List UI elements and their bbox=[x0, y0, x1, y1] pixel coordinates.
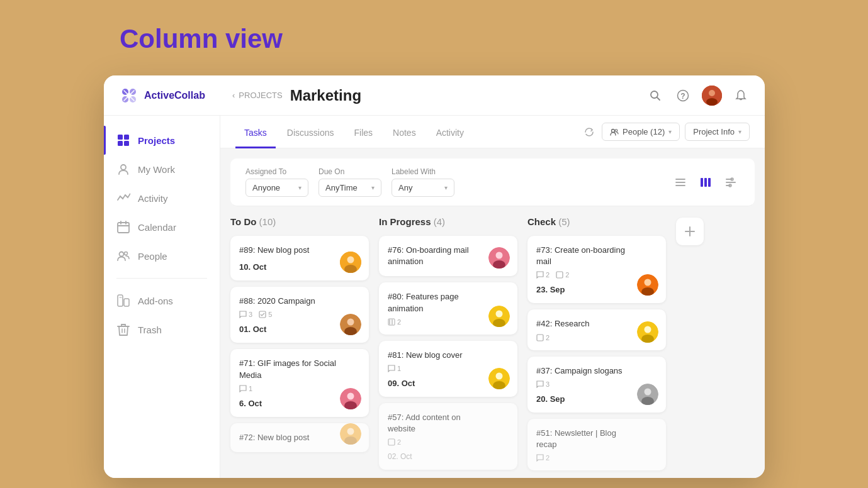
task-card-73[interactable]: #73: Create on-boarding mail 2 2 23. bbox=[527, 236, 666, 303]
user-avatar[interactable] bbox=[702, 86, 722, 106]
task-card-42-avatar bbox=[637, 321, 658, 343]
svg-point-35 bbox=[347, 392, 354, 399]
task-card-57-title: #57: Add content on website bbox=[388, 412, 509, 435]
filter-bar: Assigned To Anyone ▾ Due On AnyTime ▾ La… bbox=[230, 158, 755, 206]
task-card-73-tasks: 2 bbox=[556, 271, 569, 279]
svg-point-48 bbox=[496, 372, 503, 379]
sidebar-item-label-people: People bbox=[138, 251, 167, 262]
list-view-icon[interactable] bbox=[672, 174, 689, 191]
filter-due-on-value: AnyTime bbox=[325, 183, 358, 192]
filter-due-on-select[interactable]: AnyTime ▾ bbox=[318, 179, 381, 197]
person-icon bbox=[116, 162, 130, 176]
svg-rect-55 bbox=[537, 335, 543, 341]
project-info-label: Project Info bbox=[693, 127, 735, 136]
svg-point-45 bbox=[496, 310, 503, 317]
task-card-37[interactable]: #37: Campaign slogans 3 20. Sep bbox=[527, 357, 666, 413]
sidebar-item-trash[interactable]: Trash bbox=[104, 315, 220, 344]
svg-rect-13 bbox=[124, 141, 129, 146]
notification-icon[interactable] bbox=[732, 87, 750, 104]
task-card-72[interactable]: #72: New blog post bbox=[230, 423, 369, 452]
tab-files[interactable]: Files bbox=[346, 116, 382, 148]
task-card-89[interactable]: #89: New blog post 10. Oct bbox=[230, 236, 369, 280]
svg-point-14 bbox=[121, 165, 126, 170]
column-view-icon[interactable] bbox=[697, 174, 714, 191]
column-check-count: (5) bbox=[558, 216, 570, 227]
column-check-header: Check (5) bbox=[527, 216, 666, 227]
filter-assigned-to-select[interactable]: Anyone ▾ bbox=[245, 179, 308, 197]
help-icon[interactable]: ? bbox=[674, 87, 692, 104]
svg-point-38 bbox=[347, 428, 354, 435]
app-body: Projects My Work Activity bbox=[104, 116, 765, 478]
svg-rect-10 bbox=[118, 135, 123, 140]
task-card-88[interactable]: #88: 2020 Campaign 3 5 01. Oct bbox=[230, 287, 369, 343]
sidebar-item-my-work[interactable]: My Work bbox=[104, 155, 220, 184]
task-card-81[interactable]: #81: New blog cover 1 09. Oct bbox=[379, 341, 517, 397]
task-card-71-comments: 1 bbox=[239, 385, 252, 392]
refresh-icon[interactable] bbox=[582, 125, 597, 140]
task-card-42[interactable]: #42: Research 2 bbox=[527, 309, 666, 350]
sidebar-item-activity[interactable]: Activity bbox=[104, 184, 220, 213]
task-card-76[interactable]: #76: On-boarding mail animation bbox=[379, 236, 517, 276]
svg-point-53 bbox=[645, 279, 651, 286]
svg-point-4 bbox=[651, 91, 658, 98]
filter-labeled-with-value: Any bbox=[398, 183, 412, 192]
search-icon[interactable] bbox=[646, 87, 664, 104]
task-card-81-title: #81: New blog cover bbox=[388, 350, 509, 361]
addons-icon bbox=[116, 294, 130, 308]
sidebar-item-add-ons[interactable]: Add-ons bbox=[104, 286, 220, 315]
people-icon bbox=[116, 249, 130, 263]
tab-tasks[interactable]: Tasks bbox=[235, 116, 276, 148]
task-card-51[interactable]: #51: Newsletter | Blog recap 2 bbox=[527, 419, 666, 470]
sidebar-item-projects[interactable]: Projects bbox=[104, 126, 220, 155]
page-title: Column view bbox=[120, 24, 283, 54]
svg-point-60 bbox=[645, 388, 651, 395]
kanban-board: To Do (10) #89: New blog post 10. Oct bbox=[220, 206, 765, 478]
svg-rect-51 bbox=[556, 272, 563, 278]
sidebar-item-label-activity: Activity bbox=[138, 193, 168, 204]
column-in-progress-count: (4) bbox=[434, 216, 445, 227]
logo-text: ActiveCollab bbox=[144, 90, 205, 101]
task-card-80-tasks: 2 bbox=[388, 318, 401, 326]
sidebar-item-calendar[interactable]: Calendar bbox=[104, 213, 220, 241]
sidebar-item-label-my-work: My Work bbox=[138, 164, 175, 175]
task-card-89-title: #89: New blog post bbox=[239, 245, 360, 256]
grid-icon bbox=[116, 133, 130, 147]
breadcrumb-chevron: ‹ bbox=[232, 91, 235, 100]
tab-discussions[interactable]: Discussions bbox=[278, 116, 343, 148]
svg-point-16 bbox=[120, 252, 124, 257]
filter-due-on-chevron: ▾ bbox=[371, 184, 375, 191]
task-card-88-tasks: 5 bbox=[259, 311, 272, 318]
people-button-label: People (12) bbox=[623, 127, 665, 136]
task-card-71[interactable]: #71: GIF images for Social Media 1 6. Oc… bbox=[230, 349, 369, 416]
svg-rect-23 bbox=[704, 178, 707, 187]
task-card-37-comments: 3 bbox=[536, 380, 550, 388]
task-card-37-avatar bbox=[637, 384, 658, 405]
timeline-view-icon[interactable] bbox=[722, 174, 740, 191]
column-in-progress: In Progress (4) #76: On-boarding mail an… bbox=[379, 216, 517, 468]
sidebar-item-people[interactable]: People bbox=[104, 241, 220, 270]
svg-rect-24 bbox=[708, 178, 711, 187]
svg-point-21 bbox=[615, 129, 617, 131]
task-card-57-tasks: 2 bbox=[388, 438, 401, 446]
column-todo-count: (10) bbox=[259, 216, 276, 227]
sidebar-item-label-projects: Projects bbox=[138, 135, 175, 146]
task-card-88-title: #88: 2020 Campaign bbox=[239, 296, 360, 307]
column-todo: To Do (10) #89: New blog post 10. Oct bbox=[230, 216, 369, 468]
tabs: Tasks Discussions Files Notes Activity bbox=[235, 116, 582, 148]
tab-activity[interactable]: Activity bbox=[427, 116, 473, 148]
task-card-80[interactable]: #80: Features page animation 2 bbox=[379, 282, 517, 334]
project-info-button[interactable]: Project Info ▾ bbox=[685, 123, 750, 141]
task-card-57[interactable]: #57: Add content on website 2 02. Oct bbox=[379, 403, 517, 470]
task-card-80-avatar bbox=[488, 306, 510, 327]
filter-assigned-to-chevron: ▾ bbox=[298, 184, 302, 191]
add-column-button[interactable] bbox=[676, 218, 704, 245]
svg-rect-12 bbox=[118, 141, 123, 146]
svg-rect-18 bbox=[118, 295, 123, 306]
filter-labeled-with-select[interactable]: Any ▾ bbox=[392, 179, 454, 197]
logo-area: ActiveCollab bbox=[119, 86, 232, 106]
filter-assigned-to-label: Assigned To bbox=[245, 167, 308, 176]
svg-rect-22 bbox=[701, 178, 703, 187]
tab-notes[interactable]: Notes bbox=[384, 116, 425, 148]
filter-labeled-with: Labeled With Any ▾ bbox=[392, 167, 454, 197]
people-button[interactable]: People (12) ▾ bbox=[602, 123, 680, 141]
